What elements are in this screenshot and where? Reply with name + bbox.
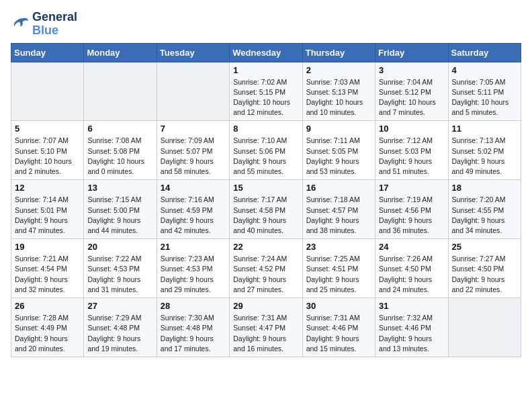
day-info: Sunrise: 7:13 AMSunset: 5:02 PMDaylight:…	[452, 136, 517, 177]
calendar-cell: 22Sunrise: 7:24 AMSunset: 4:52 PMDayligh…	[230, 239, 302, 298]
day-info: Sunrise: 7:07 AMSunset: 5:10 PMDaylight:…	[15, 136, 80, 177]
day-number: 18	[452, 183, 517, 193]
day-number: 27	[87, 301, 152, 311]
header-sunday: Sunday	[11, 43, 84, 62]
header-friday: Friday	[375, 43, 448, 62]
day-number: 16	[306, 183, 371, 193]
day-number: 1	[233, 65, 298, 75]
day-number: 7	[161, 124, 226, 134]
day-info: Sunrise: 7:31 AMSunset: 4:47 PMDaylight:…	[233, 313, 298, 354]
calendar-cell: 7Sunrise: 7:09 AMSunset: 5:07 PMDaylight…	[157, 121, 229, 180]
calendar-cell: 23Sunrise: 7:25 AMSunset: 4:51 PMDayligh…	[302, 239, 375, 298]
calendar-cell: 16Sunrise: 7:18 AMSunset: 4:57 PMDayligh…	[302, 180, 375, 239]
calendar-cell: 13Sunrise: 7:15 AMSunset: 5:00 PMDayligh…	[84, 180, 157, 239]
calendar-cell: 9Sunrise: 7:11 AMSunset: 5:05 PMDaylight…	[302, 121, 375, 180]
calendar-cell: 17Sunrise: 7:19 AMSunset: 4:56 PMDayligh…	[375, 180, 448, 239]
calendar-cell: 31Sunrise: 7:32 AMSunset: 4:46 PMDayligh…	[375, 298, 448, 357]
day-info: Sunrise: 7:30 AMSunset: 4:48 PMDaylight:…	[161, 313, 226, 354]
day-number: 15	[233, 183, 298, 193]
day-info: Sunrise: 7:22 AMSunset: 4:53 PMDaylight:…	[87, 254, 152, 295]
week-row-0: 1Sunrise: 7:02 AMSunset: 5:15 PMDaylight…	[11, 62, 521, 121]
calendar-table: SundayMondayTuesdayWednesdayThursdayFrid…	[11, 43, 521, 357]
logo-icon	[11, 15, 30, 34]
day-info: Sunrise: 7:32 AMSunset: 4:46 PMDaylight:…	[379, 313, 444, 354]
day-number: 25	[452, 242, 517, 252]
calendar-header-row: SundayMondayTuesdayWednesdayThursdayFrid…	[11, 43, 521, 62]
calendar-cell: 28Sunrise: 7:30 AMSunset: 4:48 PMDayligh…	[157, 298, 229, 357]
day-number: 21	[161, 242, 226, 252]
day-number: 17	[379, 183, 444, 193]
day-number: 29	[233, 301, 298, 311]
day-number: 2	[306, 65, 371, 75]
day-info: Sunrise: 7:11 AMSunset: 5:05 PMDaylight:…	[306, 136, 371, 177]
day-number: 11	[452, 124, 517, 134]
calendar-cell: 11Sunrise: 7:13 AMSunset: 5:02 PMDayligh…	[448, 121, 521, 180]
calendar-cell: 3Sunrise: 7:04 AMSunset: 5:12 PMDaylight…	[375, 62, 448, 121]
logo-text: General Blue	[32, 11, 77, 38]
header-monday: Monday	[84, 43, 157, 62]
day-number: 20	[87, 242, 152, 252]
header-wednesday: Wednesday	[230, 43, 302, 62]
day-info: Sunrise: 7:15 AMSunset: 5:00 PMDaylight:…	[87, 195, 152, 236]
calendar-cell	[84, 62, 157, 121]
header-thursday: Thursday	[302, 43, 375, 62]
day-info: Sunrise: 7:05 AMSunset: 5:11 PMDaylight:…	[452, 77, 517, 118]
day-number: 3	[379, 65, 444, 75]
day-number: 28	[161, 301, 226, 311]
day-number: 22	[233, 242, 298, 252]
calendar-cell: 4Sunrise: 7:05 AMSunset: 5:11 PMDaylight…	[448, 62, 521, 121]
day-info: Sunrise: 7:26 AMSunset: 4:50 PMDaylight:…	[379, 254, 444, 295]
calendar-cell	[448, 298, 521, 357]
week-row-3: 19Sunrise: 7:21 AMSunset: 4:54 PMDayligh…	[11, 239, 521, 298]
day-number: 24	[379, 242, 444, 252]
calendar-cell: 24Sunrise: 7:26 AMSunset: 4:50 PMDayligh…	[375, 239, 448, 298]
day-info: Sunrise: 7:12 AMSunset: 5:03 PMDaylight:…	[379, 136, 444, 177]
day-number: 31	[379, 301, 444, 311]
header-tuesday: Tuesday	[157, 43, 229, 62]
day-number: 10	[379, 124, 444, 134]
day-info: Sunrise: 7:29 AMSunset: 4:48 PMDaylight:…	[87, 313, 152, 354]
calendar-cell	[11, 62, 84, 121]
week-row-2: 12Sunrise: 7:14 AMSunset: 5:01 PMDayligh…	[11, 180, 521, 239]
day-number: 12	[15, 183, 80, 193]
day-info: Sunrise: 7:14 AMSunset: 5:01 PMDaylight:…	[15, 195, 80, 236]
calendar-cell: 30Sunrise: 7:31 AMSunset: 4:46 PMDayligh…	[302, 298, 375, 357]
calendar-cell: 19Sunrise: 7:21 AMSunset: 4:54 PMDayligh…	[11, 239, 84, 298]
day-info: Sunrise: 7:24 AMSunset: 4:52 PMDaylight:…	[233, 254, 298, 295]
calendar-cell: 18Sunrise: 7:20 AMSunset: 4:55 PMDayligh…	[448, 180, 521, 239]
day-info: Sunrise: 7:16 AMSunset: 4:59 PMDaylight:…	[161, 195, 226, 236]
day-info: Sunrise: 7:10 AMSunset: 5:06 PMDaylight:…	[233, 136, 298, 177]
day-number: 19	[15, 242, 80, 252]
calendar-cell: 25Sunrise: 7:27 AMSunset: 4:50 PMDayligh…	[448, 239, 521, 298]
day-number: 8	[233, 124, 298, 134]
calendar-cell: 8Sunrise: 7:10 AMSunset: 5:06 PMDaylight…	[230, 121, 302, 180]
week-row-1: 5Sunrise: 7:07 AMSunset: 5:10 PMDaylight…	[11, 121, 521, 180]
calendar-cell	[157, 62, 229, 121]
day-info: Sunrise: 7:20 AMSunset: 4:55 PMDaylight:…	[452, 195, 517, 236]
day-number: 13	[87, 183, 152, 193]
day-info: Sunrise: 7:08 AMSunset: 5:08 PMDaylight:…	[87, 136, 152, 177]
day-number: 14	[161, 183, 226, 193]
calendar-cell: 27Sunrise: 7:29 AMSunset: 4:48 PMDayligh…	[84, 298, 157, 357]
day-number: 30	[306, 301, 371, 311]
calendar-cell: 12Sunrise: 7:14 AMSunset: 5:01 PMDayligh…	[11, 180, 84, 239]
calendar-cell: 15Sunrise: 7:17 AMSunset: 4:58 PMDayligh…	[230, 180, 302, 239]
logo: General Blue	[11, 11, 77, 38]
calendar-cell: 6Sunrise: 7:08 AMSunset: 5:08 PMDaylight…	[84, 121, 157, 180]
day-info: Sunrise: 7:09 AMSunset: 5:07 PMDaylight:…	[161, 136, 226, 177]
calendar-cell: 21Sunrise: 7:23 AMSunset: 4:53 PMDayligh…	[157, 239, 229, 298]
day-info: Sunrise: 7:23 AMSunset: 4:53 PMDaylight:…	[161, 254, 226, 295]
day-info: Sunrise: 7:21 AMSunset: 4:54 PMDaylight:…	[15, 254, 80, 295]
day-number: 23	[306, 242, 371, 252]
day-info: Sunrise: 7:03 AMSunset: 5:13 PMDaylight:…	[306, 77, 371, 118]
page-header: General Blue	[11, 11, 521, 38]
calendar-cell: 2Sunrise: 7:03 AMSunset: 5:13 PMDaylight…	[302, 62, 375, 121]
week-row-4: 26Sunrise: 7:28 AMSunset: 4:49 PMDayligh…	[11, 298, 521, 357]
calendar-cell: 29Sunrise: 7:31 AMSunset: 4:47 PMDayligh…	[230, 298, 302, 357]
header-saturday: Saturday	[448, 43, 521, 62]
day-number: 6	[87, 124, 152, 134]
day-info: Sunrise: 7:04 AMSunset: 5:12 PMDaylight:…	[379, 77, 444, 118]
day-info: Sunrise: 7:18 AMSunset: 4:57 PMDaylight:…	[306, 195, 371, 236]
day-number: 5	[15, 124, 80, 134]
day-info: Sunrise: 7:31 AMSunset: 4:46 PMDaylight:…	[306, 313, 371, 354]
